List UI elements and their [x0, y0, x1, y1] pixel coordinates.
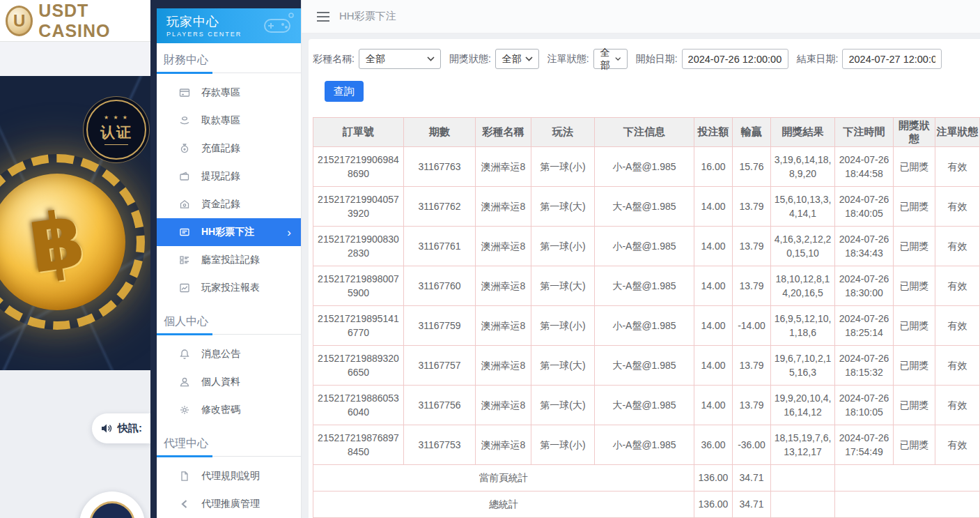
summary-winloss-total: 34.71 [733, 492, 771, 518]
sidebar-item-label: 玩家投注報表 [201, 282, 260, 294]
cell-win-loss: 13.79 [733, 386, 771, 425]
sidebar-item-wallet[interactable]: 提現記錄 [157, 162, 301, 190]
draw-status-select[interactable]: 全部 [495, 49, 539, 69]
summary-empty [771, 465, 835, 492]
sidebar-item-withdraw-hand[interactable]: 取款專區 [157, 107, 301, 135]
cell-period: 31167763 [404, 147, 476, 187]
bell-icon [179, 349, 190, 360]
news-ticker[interactable]: 快訊: [92, 413, 150, 443]
sidebar-item-label: 個人資料 [201, 376, 240, 388]
cell-bet-amount: 14.00 [694, 306, 733, 346]
cell-draw-status: 已開獎 [894, 147, 935, 187]
lottery-name-label: 彩種名稱: [313, 53, 355, 66]
service-logo-icon [89, 501, 135, 518]
cell-lottery-name: 澳洲幸运8 [476, 266, 531, 306]
cell-lottery-name: 澳洲幸运8 [476, 187, 531, 227]
sidebar-item-room-record[interactable]: 廳室投註記錄 [157, 246, 301, 274]
summary-bet-total: 136.00 [694, 492, 733, 518]
cell-order-no: 2152172199008302830 [313, 227, 404, 266]
table-row: 215217219900830283031167761澳洲幸运8第一球(小)小-… [313, 227, 980, 266]
cell-play-type: 第一球(大) [531, 386, 595, 425]
cell-order-no: 2152172198893206650 [313, 346, 404, 386]
chevron-down-icon [525, 56, 533, 61]
summary-row: 當前頁統計136.0034.71 [313, 465, 980, 492]
report-chart-icon [179, 282, 190, 294]
sidebar-item-document[interactable]: 代理規則說明 [157, 462, 301, 490]
cell-order-no: 2152172198860536040 [313, 386, 404, 425]
cell-bet-info: 小-A盤@1.985 [595, 425, 694, 465]
end-date-input[interactable] [842, 49, 942, 69]
cell-play-type: 第一球(小) [531, 227, 595, 266]
content-card: 彩種名稱: 全部 開獎狀態: 全部 注單狀態: 全部 [309, 39, 980, 518]
sidebar-item-label: 代理規則說明 [201, 470, 260, 482]
sidebar-item-report-chart[interactable]: 玩家投注報表 [157, 274, 301, 302]
sidebar: 玩家中心 PLAYERS CENTER 財務中心存款專區取款專區充值記錄提現記錄… [157, 0, 302, 518]
col-header-win-loss: 輸贏 [733, 118, 771, 147]
lottery-ticket-icon [179, 227, 190, 238]
cell-draw-status: 已開獎 [894, 425, 935, 465]
ticker-label: 快訊: [118, 422, 142, 435]
sidebar-item-money-bag[interactable]: 充值記錄 [157, 135, 301, 162]
sidebar-item-bell[interactable]: 消息公告 [157, 340, 301, 368]
gamepad-icon [259, 11, 295, 39]
table-row: 215217219895141677031167759澳洲幸运8第一球(小)小-… [313, 306, 980, 346]
menu-toggle-icon[interactable] [317, 12, 329, 22]
cell-bet-time: 2024-07-26 18:30:00 [835, 266, 894, 306]
sidebar-item-gear[interactable]: 修改密碼 [157, 396, 301, 424]
cell-draw-result: 19,9,20,10,4,16,14,12 [771, 386, 835, 425]
user-icon [179, 376, 190, 388]
sidebar-item-label: 存款專區 [201, 86, 240, 99]
sidebar-section-title: 個人中心 [157, 309, 301, 335]
bets-table: 訂單號期數彩種名稱玩法下注信息投注額輸贏開獎結果下注時間開獎狀態注單狀態2152… [313, 117, 980, 518]
content-area: 彩種名稱: 全部 開獎狀態: 全部 注單狀態: 全部 [302, 33, 980, 518]
cell-order-no: 2152172199069848690 [313, 147, 404, 187]
cell-play-type: 第一球(小) [531, 425, 595, 465]
cell-draw-result: 19,6,7,10,2,15,16,3 [771, 346, 835, 386]
summary-label: 當前頁統計 [313, 465, 694, 492]
table-row: 215217219886053604031167756澳洲幸运8第一球(大)大-… [313, 386, 980, 425]
cell-period: 31167762 [404, 187, 476, 227]
brand-logo[interactable]: U USDT CASINO [0, 0, 150, 42]
money-bag-icon [179, 143, 190, 154]
cell-period: 31167761 [404, 227, 476, 266]
start-date-input[interactable] [682, 49, 788, 69]
cell-play-type: 第一球(大) [531, 266, 595, 306]
sidebar-item-funds-safe[interactable]: 資金記錄 [157, 190, 301, 218]
cell-bet-info: 大-A盤@1.985 [595, 346, 694, 386]
cell-order-no: 2152172199040573920 [313, 187, 404, 227]
chevron-down-icon [427, 56, 435, 61]
sidebar-item-share[interactable]: 代理推廣管理 [157, 490, 301, 518]
cell-order-status: 有效 [935, 425, 980, 465]
col-header-order-status: 注單狀態 [935, 118, 980, 147]
certification-badge: ★ ★ ★ 认证 [86, 100, 146, 160]
col-header-play-type: 玩法 [531, 118, 595, 147]
end-date-label: 結束日期: [797, 53, 839, 66]
cell-draw-status: 已開獎 [894, 306, 935, 346]
query-button[interactable]: 查詢 [325, 81, 364, 102]
cell-win-loss: 13.79 [733, 346, 771, 386]
chevron-down-icon [615, 56, 621, 61]
cell-order-status: 有效 [935, 306, 980, 346]
cell-draw-result: 18,10,12,8,14,20,16,5 [771, 266, 835, 306]
cell-order-status: 有效 [935, 147, 980, 187]
cell-bet-amount: 14.00 [694, 346, 733, 386]
cell-win-loss: 15.76 [733, 147, 771, 187]
cell-order-status: 有效 [935, 266, 980, 306]
cell-bet-info: 小-A盤@1.985 [595, 306, 694, 346]
left-bottom-area: 快訊: [0, 370, 150, 518]
sidebar-item-deposit-card[interactable]: 存款專區 [157, 79, 301, 107]
chevron-right-icon: › [287, 227, 291, 238]
cell-bet-time: 2024-07-26 18:25:14 [835, 306, 894, 346]
sidebar-item-user[interactable]: 個人資料 [157, 368, 301, 396]
cell-win-loss: 13.79 [733, 187, 771, 227]
sidebar-item-label: 充值記錄 [201, 142, 240, 155]
cell-bet-info: 大-A盤@1.985 [595, 187, 694, 227]
table-row: 215217219898007590031167760澳洲幸运8第一球(大)大-… [313, 266, 980, 306]
cell-win-loss: 13.79 [733, 227, 771, 266]
lottery-name-select[interactable]: 全部 [359, 49, 441, 69]
cell-period: 31167759 [404, 306, 476, 346]
cell-win-loss: -14.00 [733, 306, 771, 346]
order-status-select[interactable]: 全部 [593, 49, 628, 69]
service-float-button[interactable] [79, 492, 145, 518]
sidebar-item-lottery-ticket[interactable]: HH彩票下注› [157, 218, 301, 246]
